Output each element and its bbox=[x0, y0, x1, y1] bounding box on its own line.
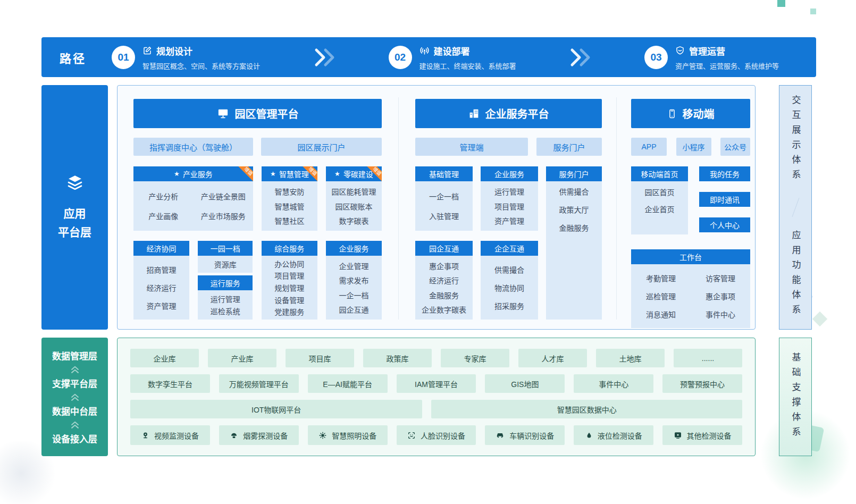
double-chevron-up-icon bbox=[69, 365, 81, 374]
layers-icon bbox=[65, 173, 85, 194]
feature-item: 产业市场服务 bbox=[201, 211, 246, 221]
feature-item: 项目管理 bbox=[274, 270, 304, 281]
double-chevron-up-icon bbox=[69, 392, 81, 401]
group-body: 惠企事项经济运行金融服务企业数字碳表 bbox=[415, 256, 473, 320]
step-text: 建设部署 建设施工、终端安装、系统部署 bbox=[419, 44, 516, 71]
database-box: 企业库 bbox=[130, 349, 199, 367]
feature-item: 资源库 bbox=[214, 259, 237, 270]
feature-item: 政策大厅 bbox=[559, 204, 589, 215]
support-platform-box: 万能视频管理平台 bbox=[219, 374, 299, 393]
park-platform-header: 园区管理平台 bbox=[133, 99, 382, 128]
park-platform-title: 园区管理平台 bbox=[235, 106, 299, 121]
value-added-ribbon: 增值 bbox=[237, 166, 253, 181]
step-text: 管理运营 资产管理、运营服务、系统维护等 bbox=[675, 44, 779, 71]
function-group: 服务门户 供需撮合政策大厅金融服务 bbox=[546, 166, 602, 320]
feature-item: 一企一档 bbox=[429, 191, 459, 201]
iot-platform-box: IOT物联网平台 bbox=[130, 400, 422, 418]
park-management-platform-section: 园区管理平台 指挥调度中心（驾驶舱） 园区展示门户 ★产业服务增值 产业分析产业… bbox=[133, 99, 382, 320]
mobile-quick-button: 我的任务 bbox=[699, 166, 750, 181]
device-label: 车辆识别设备 bbox=[509, 430, 554, 441]
path-step-03: 03 管理运营 资产管理、运营服务、系统维护等 bbox=[644, 44, 779, 71]
group-header: ★零碳建设增值 bbox=[326, 166, 382, 181]
enterprise-platform-header: 企业服务平台 bbox=[415, 99, 602, 128]
device-label: 烟雾探测设备 bbox=[243, 430, 288, 441]
group-header: 一园一档 bbox=[198, 241, 253, 256]
device-box: 烟雾探测设备 bbox=[219, 425, 299, 445]
support-platform-box: 事件中心 bbox=[574, 374, 653, 393]
double-chevron-up-icon bbox=[69, 420, 81, 429]
mobile-channel-0: APP bbox=[631, 138, 667, 156]
function-group: 移动端首页 园区首页企业首页 bbox=[631, 166, 688, 234]
slash-divider bbox=[792, 198, 799, 217]
decoration-square bbox=[810, 9, 816, 14]
feature-item: 经济运行 bbox=[147, 282, 177, 293]
group-body: 企业管理需求发布一企一档园企互通 bbox=[326, 256, 382, 320]
database-box: 项目库 bbox=[286, 349, 354, 367]
feature-item: 物流协同 bbox=[494, 282, 524, 293]
feature-item: 一企一档 bbox=[339, 290, 368, 300]
step-title: 建设部署 bbox=[434, 44, 470, 57]
basic-support-system-label: 基础支撑体系 bbox=[791, 352, 800, 442]
device-label: 液位检测设备 bbox=[598, 430, 642, 441]
feature-item: 园企互通 bbox=[339, 304, 368, 315]
group-title: 园企互通 bbox=[429, 243, 459, 254]
database-box: ...... bbox=[674, 349, 742, 367]
group-header: 基础管理 bbox=[415, 166, 473, 181]
device-box: 人脸识别设备 bbox=[397, 425, 476, 445]
group-header: ★产业服务增值 bbox=[133, 166, 253, 181]
group-header: 企业服务 bbox=[481, 166, 538, 181]
portal-service-portal: 服务门户 bbox=[536, 138, 602, 156]
portal-admin-side: 管理端 bbox=[415, 138, 528, 156]
path-label: 路径 bbox=[60, 49, 86, 66]
data-center-box: 智慧园区数据中心 bbox=[431, 400, 742, 418]
group-title: 产业服务 bbox=[183, 169, 213, 179]
feature-item: 产业画像 bbox=[148, 211, 178, 221]
feature-item: 巡检管理 bbox=[646, 291, 676, 301]
group-title: 一园一档 bbox=[211, 243, 240, 254]
group-body: 资源库 bbox=[198, 256, 253, 273]
decoration-square bbox=[777, 0, 785, 7]
feature-item: 园区碳账本 bbox=[335, 201, 373, 212]
function-group: ★智慧管理增值 智慧安防智慧城管智慧社区 bbox=[262, 166, 317, 231]
path-steps: 01 规划设计 智慧园区概念、空间、系统等方案设计 02 建设部署 建设施工、终… bbox=[112, 44, 779, 71]
group-title: 工作台 bbox=[679, 251, 702, 262]
portal-park-display: 园区展示门户 bbox=[261, 138, 382, 156]
function-group: 工作台 考勤管理访客管理巡检管理惠企事项消息通知事件中心 bbox=[631, 249, 750, 328]
section-divider bbox=[398, 97, 399, 320]
function-group: ★零碳建设增值 园区能耗管理园区碳账本数字碳表 bbox=[326, 166, 382, 231]
mobile-header: 移动端 bbox=[631, 99, 750, 128]
function-group: ★产业服务增值 产业分析产业链全景图产业画像产业市场服务 bbox=[133, 166, 253, 231]
step-desc: 智慧园区概念、空间、系统等方案设计 bbox=[142, 61, 260, 71]
face-recognition-icon bbox=[407, 431, 416, 440]
step-title: 管理运营 bbox=[689, 44, 725, 57]
database-row: 企业库产业库项目库政策库专家库人才库土地库...... bbox=[130, 349, 742, 367]
support-platform-row: 数字孪生平台万能视频管理平台E—AI赋能平台IAM管理平台GIS地图事件中心预警… bbox=[130, 374, 742, 393]
group-body: 园区首页企业首页 bbox=[631, 181, 688, 234]
double-arrow-icon bbox=[568, 47, 592, 68]
data-layers-sidebar: 数据管理层支撑平台层数据中台层设备接入层 bbox=[41, 338, 108, 456]
app-platform-layer-label: 应用 平台层 bbox=[58, 205, 91, 241]
device-label: 视频监测设备 bbox=[154, 430, 199, 441]
group-title: 运行服务 bbox=[211, 278, 240, 288]
group-header: 园企互通 bbox=[415, 241, 473, 256]
layer-label: 设备接入层 bbox=[52, 432, 97, 445]
feature-item: 企业首页 bbox=[645, 204, 675, 214]
database-box: 土地库 bbox=[596, 349, 665, 367]
device-box: 视频监测设备 bbox=[130, 425, 210, 445]
feature-item: 事件中心 bbox=[706, 309, 735, 320]
device-box: 智慧照明设备 bbox=[308, 425, 388, 445]
feature-item: 智慧社区 bbox=[275, 215, 305, 226]
group-title: 企企互通 bbox=[494, 243, 524, 254]
function-group: 基础管理 一企一档入驻管理 bbox=[415, 166, 473, 231]
device-row: 视频监测设备烟雾探测设备智慧照明设备人脸识别设备车辆识别设备液位检测设备其他检测… bbox=[130, 425, 742, 445]
middle-platform-row: IOT物联网平台 智慧园区数据中心 bbox=[130, 400, 742, 418]
car-icon bbox=[496, 431, 505, 440]
broadcast-icon bbox=[419, 46, 430, 56]
support-platform-box: GIS地图 bbox=[485, 374, 565, 393]
feature-item: 入驻管理 bbox=[429, 211, 459, 221]
edit-icon bbox=[142, 46, 152, 55]
group-body: 供需撮合物流协同招采服务 bbox=[481, 256, 538, 320]
feature-item: 金融服务 bbox=[559, 222, 589, 233]
group-header: 企企互通 bbox=[481, 241, 538, 256]
feature-item: 访客管理 bbox=[706, 273, 735, 283]
